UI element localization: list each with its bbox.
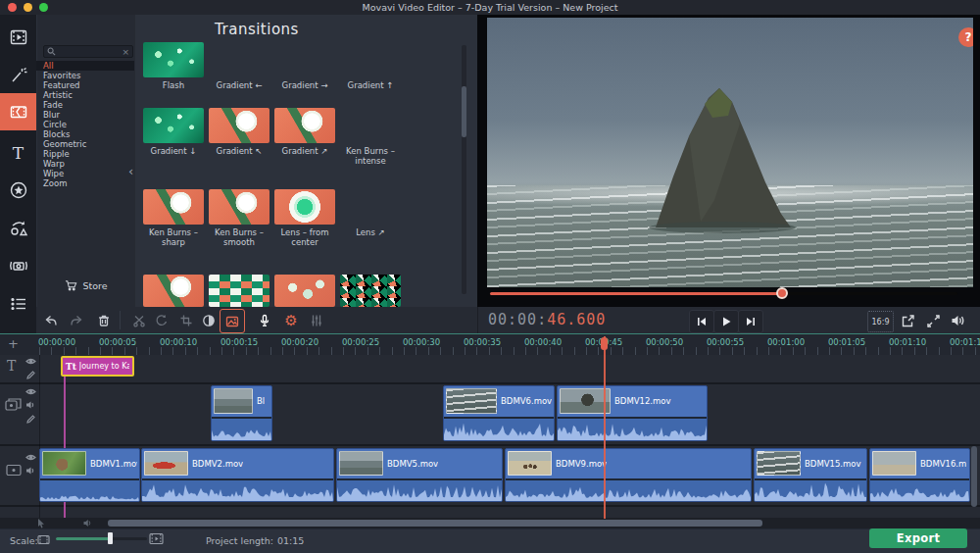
clip-label: BDMV5.mov <box>387 459 438 469</box>
sidebar-item-titles[interactable]: T <box>0 134 36 171</box>
timecode-prefix: 00:00: <box>488 311 547 328</box>
category-item[interactable]: Warp <box>36 159 134 169</box>
video-track-visibility-eye-icon[interactable] <box>25 453 36 462</box>
overlay-track-mute-speaker-icon[interactable] <box>25 400 36 410</box>
sidebar-item-pan-zoom[interactable] <box>0 247 36 283</box>
zoom-in-film-icon[interactable] <box>149 532 164 545</box>
transition-thumbnail <box>274 275 335 307</box>
crop-button[interactable] <box>174 309 198 331</box>
transition-item[interactable] <box>339 275 402 307</box>
transition-item[interactable]: Gradient ↖ <box>208 108 270 156</box>
transition-item[interactable]: Gradient ↗ <box>273 108 336 156</box>
transition-thumbnail <box>340 275 401 307</box>
category-item[interactable]: Zoom <box>36 178 134 188</box>
transition-wizard-button[interactable] <box>220 309 245 333</box>
transition-item[interactable]: Lens ↗ <box>339 189 402 237</box>
overlay-clip[interactable]: BDMV12.mov <box>557 385 708 441</box>
grid-scrollbar-track[interactable] <box>462 45 466 294</box>
transition-thumbnail <box>143 275 204 307</box>
video-clip[interactable]: BDMV9.mov <box>505 448 752 502</box>
category-item[interactable]: Fade <box>36 100 134 110</box>
trash-button[interactable] <box>92 309 116 331</box>
category-item[interactable]: All <box>36 61 134 71</box>
transition-item[interactable] <box>142 275 205 307</box>
rotate-button[interactable] <box>150 309 173 331</box>
transition-item[interactable]: Gradient ← <box>208 42 270 90</box>
category-item[interactable]: Geometric <box>36 139 134 149</box>
zoom-out-film-icon[interactable] <box>37 534 50 545</box>
scale-slider-handle[interactable] <box>108 532 113 544</box>
category-item[interactable]: Featured <box>36 80 134 90</box>
title-track-visibility-eye-icon[interactable] <box>25 357 36 366</box>
playhead-handle[interactable] <box>601 337 608 350</box>
redo-button[interactable] <box>65 309 88 331</box>
video-clip[interactable]: BDMV15.mov <box>754 448 867 502</box>
color-adjust-button[interactable] <box>197 309 220 331</box>
category-item[interactable]: Blur <box>36 110 134 120</box>
category-item[interactable]: Blocks <box>36 129 134 139</box>
video-track-mute-speaker-icon[interactable] <box>25 466 36 476</box>
transition-item[interactable] <box>208 275 270 307</box>
transition-item[interactable]: Ken Burns – sharp <box>142 189 205 247</box>
timeline-ruler[interactable]: + 00:00:00 00:00:05 00:00:10 00:00:15 00… <box>0 334 980 356</box>
prev-frame-button[interactable] <box>689 310 714 333</box>
transition-thumbnail <box>274 108 335 143</box>
scale-label: Scale: <box>10 535 38 546</box>
sidebar-item-transitions[interactable] <box>0 93 36 130</box>
category-item[interactable]: Wipe <box>36 169 134 178</box>
transition-item[interactable]: Gradient → <box>273 42 336 90</box>
grid-scrollbar-thumb[interactable] <box>462 86 466 137</box>
overlay-track-visibility-eye-icon[interactable] <box>25 387 36 396</box>
category-item[interactable]: Ripple <box>36 149 134 159</box>
transition-item[interactable]: Gradient ↓ <box>142 108 205 156</box>
playhead-line[interactable] <box>604 336 606 519</box>
overlay-clip[interactable]: Bl <box>211 385 272 441</box>
category-item[interactable]: Favorites <box>36 71 134 80</box>
undo-button[interactable] <box>39 309 63 331</box>
sidebar-item-properties[interactable] <box>0 285 36 322</box>
collapse-panel-chevron-icon[interactable]: ‹ <box>128 164 133 178</box>
overlay-track-edit-pencil-icon[interactable] <box>25 414 36 425</box>
store-button[interactable]: Store <box>44 277 128 293</box>
video-clip[interactable]: BDMV2.mov <box>141 448 334 502</box>
preview-seekbar-handle[interactable] <box>776 287 788 299</box>
video-clip[interactable]: BDMV5.mov <box>336 448 503 502</box>
vertical-scrollbar-thumb[interactable] <box>971 446 977 507</box>
volume-icon[interactable] <box>947 310 970 331</box>
detach-player-button[interactable] <box>896 310 919 331</box>
title-clip[interactable]: Tt Journey to Ka <box>61 356 134 377</box>
equalizer-button[interactable] <box>305 309 328 331</box>
transition-label: Ken Burns – smooth <box>208 227 270 247</box>
transition-item[interactable]: Flash <box>142 42 205 90</box>
scissors-button[interactable] <box>127 309 151 331</box>
category-item[interactable]: Circle <box>36 120 134 129</box>
video-clip[interactable]: BDMV16.m <box>869 448 970 502</box>
sidebar-item-callouts[interactable] <box>0 210 36 246</box>
overlay-clip[interactable]: BDMV6.mov <box>443 385 555 441</box>
horizontal-scrollbar-track[interactable] <box>0 518 980 528</box>
transition-item[interactable]: Gradient ↑ <box>339 42 402 90</box>
fullscreen-button[interactable] <box>921 310 945 331</box>
transition-item[interactable]: Ken Burns – smooth <box>208 189 270 247</box>
category-item[interactable]: Artistic <box>36 90 134 100</box>
help-button[interactable]: ? <box>958 27 973 47</box>
add-track-button[interactable]: + <box>8 336 19 351</box>
video-clip[interactable]: BDMV1.mov <box>39 448 140 502</box>
export-button[interactable]: Export <box>869 528 967 548</box>
sidebar-item-filters[interactable] <box>0 57 36 93</box>
aspect-ratio-button[interactable]: 16:9 <box>867 311 894 332</box>
settings-gear-button[interactable]: ⚙ <box>279 309 303 331</box>
sidebar-item-stickers[interactable] <box>0 172 36 208</box>
app-window: Movavi Video Editor – 7-Day Trial Versio… <box>0 0 980 553</box>
microphone-button[interactable] <box>253 309 276 331</box>
sidebar-item-media[interactable] <box>0 19 36 55</box>
title-track-edit-pencil-icon[interactable] <box>25 370 36 380</box>
horizontal-scrollbar-thumb[interactable] <box>108 520 762 527</box>
next-frame-button[interactable] <box>738 310 763 333</box>
transition-item[interactable] <box>273 275 336 307</box>
play-button[interactable] <box>713 310 739 333</box>
search-clear-icon[interactable]: × <box>122 47 129 57</box>
transition-item[interactable]: Lens – from center <box>273 189 336 247</box>
transition-item[interactable]: Ken Burns – intense <box>339 108 402 166</box>
search-input[interactable]: × <box>43 45 133 58</box>
